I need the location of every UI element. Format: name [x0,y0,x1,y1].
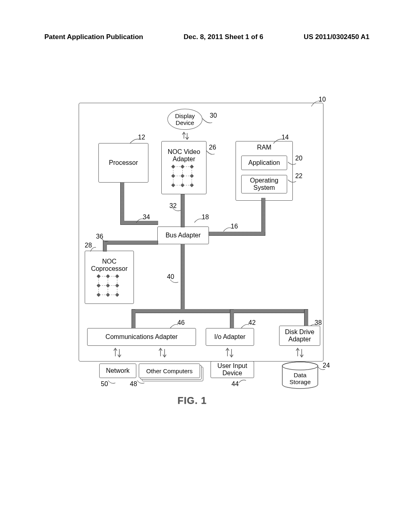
noc-video-adapter-label: NOC Video Adapter [168,148,200,163]
bus-bottom-h [131,309,308,313]
disk-drive-adapter-block: Disk Drive Adapter [279,326,320,346]
display-device-label: Display Device [175,112,195,126]
network-block: Network [99,364,136,378]
display-device-block: Display Device [167,109,202,130]
comm-adapter-label: Communications Adapter [106,333,178,341]
pub-number: US 2011/0302450 A1 [304,33,369,41]
other-computers-label: Other Computers [146,368,192,374]
pub-type: Patent Application Publication [44,33,143,41]
bus-to-io [230,309,234,329]
application-label: Application [248,159,280,166]
noc-grid-icon [172,165,196,189]
network-label: Network [106,367,130,374]
comm-adapter-block: Communications Adapter [87,328,196,346]
user-input-label: User Input Device [217,362,247,377]
data-storage-label: Data Storage [280,372,320,385]
os-label: Operating System [250,177,278,191]
io-adapter-label: I/o Adapter [214,333,245,341]
processor-block: Processor [98,143,148,183]
sheet-info: Dec. 8, 2011 Sheet 1 of 6 [184,33,263,41]
noc-coprocessor-label: NOC Coprocessor [91,258,128,272]
application-block: Application [241,156,287,170]
bus-adapter-block: Bus Adapter [157,227,209,244]
processor-label: Processor [109,159,138,166]
bus-to-comm [131,309,136,329]
bus-ext-h [103,241,158,245]
io-adapter-block: I/o Adapter [206,328,254,346]
disk-drive-adapter-label: Disk Drive Adapter [285,328,315,343]
ram-label: RAM [257,144,271,151]
user-input-block: User Input Device [211,361,254,378]
bus-ram-v [261,198,265,233]
bus-ram-h [209,232,265,236]
bus-exp-v [181,244,185,310]
data-storage-block: Data Storage [280,361,320,392]
noc-grid-icon-2 [97,275,121,299]
figure-caption: FIG. 1 [177,395,207,406]
bus-processor [120,182,124,222]
os-block: Operating System [241,175,287,193]
bus-adapter-label: Bus Adapter [165,232,200,239]
noc-coprocessor-block: NOC Coprocessor [85,251,134,304]
noc-video-adapter-block: NOC Video Adapter [161,141,206,194]
